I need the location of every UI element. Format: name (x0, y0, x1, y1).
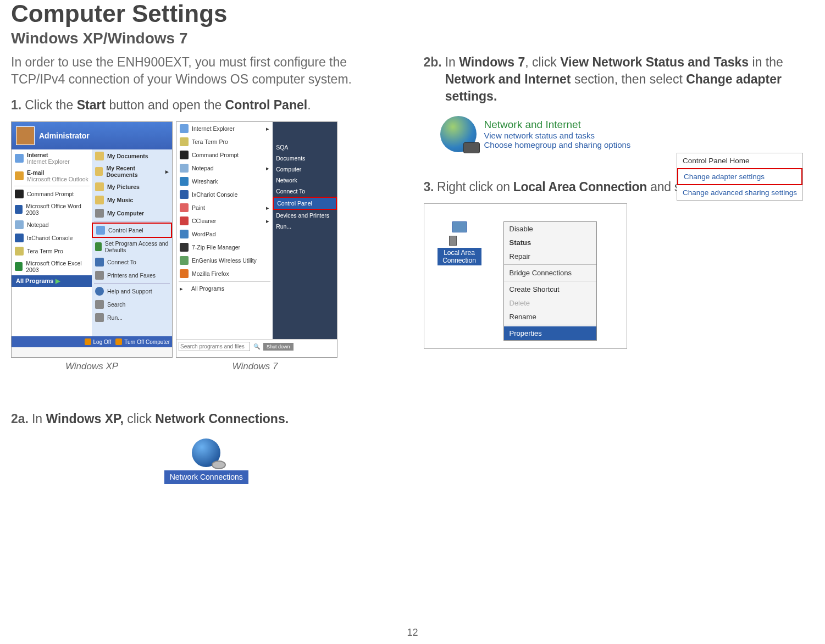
xp-turnoff[interactable]: Turn Off Computer (115, 338, 170, 345)
w7-cmd-label: Command Prompt (192, 152, 239, 158)
w7-ixc[interactable]: IxChariot Console (176, 188, 273, 201)
xp-run[interactable]: Run... (92, 311, 172, 324)
w7-ccleaner[interactable]: CCleaner▸ (176, 214, 273, 227)
ctx-status[interactable]: Status (504, 236, 596, 249)
step1-mid: button and open the (106, 98, 225, 112)
cp-change-adapter[interactable]: Change adapter settings (677, 168, 802, 185)
w7-ie[interactable]: Internet Explorer▸ (176, 122, 273, 135)
w7-search-input[interactable] (179, 342, 250, 351)
xp-internet-sub: Internet Explorer (27, 158, 70, 165)
xp-ixchariot[interactable]: IxChariot Console (12, 231, 92, 245)
xp-program-access[interactable]: Set Program Access and Defaults (92, 238, 172, 256)
w7-engenius[interactable]: EnGenius Wireless Utility (176, 254, 273, 267)
w7-cc-label: CCleaner (192, 218, 216, 224)
xp-internet[interactable]: InternetInternet Explorer (12, 149, 92, 167)
wordpad-icon (180, 230, 189, 238)
w7-allprograms[interactable]: ▸ All Programs (176, 283, 273, 294)
network-icon (95, 258, 104, 267)
netint-link1[interactable]: View network status and tasks (484, 131, 631, 140)
w7-computer[interactable]: Computer (273, 164, 337, 175)
netint-link2[interactable]: Choose homegroup and sharing options (484, 140, 631, 149)
screenshot-captions: Windows XP Windows 7 (11, 361, 402, 372)
xp-mydocs-label: My Documents (107, 153, 148, 159)
xp-email[interactable]: E-mailMicrosoft Office Outlook (12, 167, 92, 185)
w7-shutdown-button[interactable]: Shut down (263, 343, 294, 351)
w7-paint-label: Paint (192, 204, 205, 211)
xp-word[interactable]: Microsoft Office Word 2003 (12, 201, 92, 218)
ctx-shortcut[interactable]: Create Shortcut (504, 282, 596, 296)
ixc-icon (180, 190, 189, 199)
xp-printers[interactable]: Printers and Faxes (92, 269, 172, 282)
xp-allprog-label: All Programs (16, 277, 53, 284)
notepad-icon (15, 220, 24, 229)
xp-music[interactable]: My Music (92, 193, 172, 207)
w7-ixc-label: IxChariot Console (192, 191, 237, 198)
xp-turnoff-label: Turn Off Computer (124, 339, 170, 345)
folder-icon (95, 167, 103, 176)
w7-network[interactable]: Network (273, 175, 337, 186)
w7-ie-label: Internet Explorer (192, 125, 235, 132)
xp-mycomputer[interactable]: My Computer (92, 207, 172, 220)
step-2b: 2b. In Windows 7, click View Network Sta… (424, 54, 815, 105)
ctx-repair[interactable]: Repair (504, 249, 596, 263)
s2a-pre: In (32, 412, 46, 426)
local-area-connection-icon[interactable] (446, 221, 473, 246)
w7-documents[interactable]: Documents (273, 153, 337, 164)
w7-run[interactable]: Run... (273, 221, 337, 232)
xp-email-sub: Microsoft Office Outlook (27, 176, 88, 182)
cp-advanced-sharing[interactable]: Change advanced sharing settings (677, 185, 802, 200)
xp-teraterm[interactable]: Tera Term Pro (12, 245, 92, 258)
ctx-disable[interactable]: Disable (504, 222, 596, 236)
w7-notepad[interactable]: Notepad▸ (176, 162, 273, 175)
word-icon (15, 205, 23, 214)
xp-search[interactable]: Search (92, 298, 172, 311)
w7-teraterm[interactable]: Tera Term Pro (176, 135, 273, 148)
w7-7zip[interactable]: 7-Zip File Manager (176, 241, 273, 254)
xp-help[interactable]: Help and Support (92, 285, 172, 298)
xp-pictures[interactable]: My Pictures (92, 180, 172, 193)
ctx-properties[interactable]: Properties (504, 326, 596, 340)
w7-ff-label: Mozilla Firefox (192, 270, 229, 277)
step-1-number: 1. (11, 97, 21, 114)
xp-cmd[interactable]: Command Prompt (12, 187, 92, 201)
xp-logoff-label: Log Off (93, 339, 112, 345)
caption-w7: Windows 7 (173, 361, 337, 372)
xp-notepad[interactable]: Notepad (12, 218, 92, 231)
xp-control-panel[interactable]: Control Panel (92, 223, 172, 238)
w7-control-panel[interactable]: Control Panel (273, 197, 337, 210)
context-menu: Disable Status Repair Bridge Connections… (503, 221, 597, 341)
xp-connect-to[interactable]: Connect To (92, 256, 172, 269)
w7-connectto[interactable]: Connect To (273, 186, 337, 197)
ctx-rename[interactable]: Rename (504, 310, 596, 324)
w7-firefox[interactable]: Mozilla Firefox (176, 267, 273, 280)
chevron-right-icon: ▸ (266, 204, 269, 211)
w7-devices[interactable]: Devices and Printers (273, 210, 337, 221)
xp-all-programs[interactable]: All Programs ▶ (12, 275, 92, 287)
xp-excel[interactable]: Microsoft Office Excel 2003 (12, 258, 92, 275)
w7-paint[interactable]: Paint▸ (176, 201, 273, 214)
w7-sqa[interactable]: SQA (273, 142, 337, 153)
cp-home[interactable]: Control Panel Home (677, 153, 802, 168)
w7-wp-label: WordPad (192, 231, 216, 237)
subheading: Windows XP/Windows 7 (11, 30, 814, 47)
lac-figure: Local Area Connection Disable Status Rep… (438, 221, 619, 341)
step-2a-text: In Windows XP, click Network Connections… (32, 410, 402, 428)
xp-pics-label: My Pictures (107, 184, 140, 190)
teraterm-icon (180, 137, 189, 146)
ctx-bridge[interactable]: Bridge Connections (504, 266, 596, 280)
w7-wireshark[interactable]: Wireshark (176, 175, 273, 188)
lac-icon-wrap: Local Area Connection (438, 221, 481, 341)
s2b-mid3: section, then select (571, 72, 686, 86)
w7-wordpad[interactable]: WordPad (176, 227, 273, 241)
xp-recent[interactable]: My Recent Documents ▸ (92, 163, 172, 180)
netint-title[interactable]: Network and Internet (484, 119, 631, 131)
logoff-icon (85, 338, 91, 345)
s2b-mid2: in the (749, 55, 783, 69)
xp-mydocs[interactable]: My Documents (92, 149, 172, 163)
xp-left-pane: InternetInternet Explorer E-mailMicrosof… (12, 149, 92, 336)
s2a-b1: Windows XP, (46, 412, 124, 426)
network-connections-icon[interactable] (192, 438, 220, 467)
w7-cmd[interactable]: Command Prompt (176, 148, 273, 162)
globe-icon (440, 116, 477, 152)
xp-logoff[interactable]: Log Off (85, 338, 112, 345)
